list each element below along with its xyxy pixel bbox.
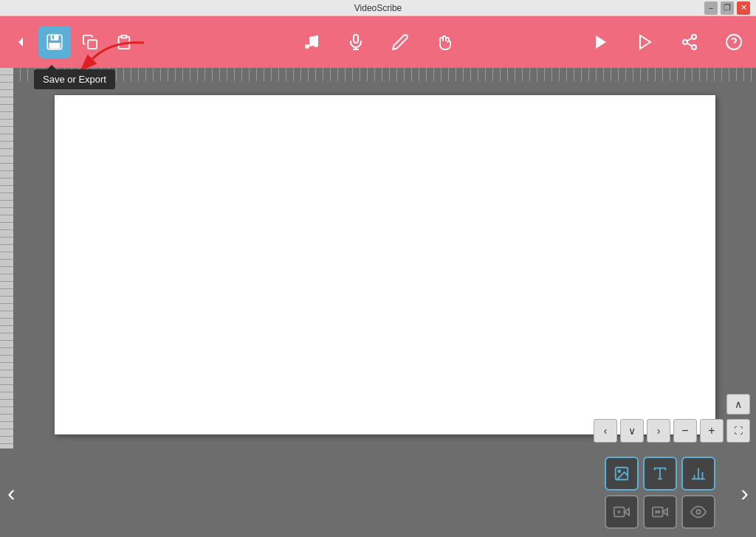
save-export-button[interactable] (38, 26, 71, 58)
svg-line-16 (687, 44, 693, 46)
play-button[interactable] (586, 27, 616, 57)
svg-rect-4 (88, 40, 97, 49)
svg-point-7 (314, 43, 318, 47)
pen-button[interactable] (385, 27, 415, 57)
add-video-button[interactable] (605, 495, 639, 529)
toolbar: Save or Export (0, 16, 756, 68)
svg-rect-5 (121, 35, 126, 38)
bottom-panel: ‹ (0, 448, 756, 537)
canvas (55, 95, 715, 434)
svg-marker-11 (596, 35, 606, 49)
fit-screen-button[interactable]: ⛶ (726, 419, 750, 443)
cut-video-button[interactable] (643, 495, 677, 529)
back-button[interactable] (7, 29, 34, 55)
canvas-section: ∧ 100% ‹ ∨ › − + ⛶ (0, 68, 756, 448)
add-image-button[interactable] (605, 457, 639, 491)
bottom-tools (605, 457, 715, 529)
video-cut-icon (652, 504, 668, 520)
ruler-left (0, 68, 13, 448)
preview-eye-button[interactable] (681, 495, 715, 529)
microphone-icon (347, 33, 365, 51)
add-text-button[interactable] (643, 457, 677, 491)
zoom-in-button[interactable]: + (700, 419, 724, 443)
toolbar-left (7, 26, 139, 58)
svg-point-22 (618, 470, 620, 472)
title-bar: VideoScribe − ❐ ✕ (0, 0, 756, 16)
nav-left-button[interactable]: ‹ (594, 419, 617, 443)
image-icon (614, 465, 630, 482)
svg-rect-1 (51, 35, 59, 41)
bottom-tools-row2 (605, 495, 715, 529)
canvas-wrapper: ∧ 100% ‹ ∨ › − + ⛶ (13, 68, 756, 448)
paste-icon (116, 34, 132, 50)
preview-button[interactable] (630, 27, 660, 57)
svg-marker-12 (640, 35, 650, 49)
toolbar-center (297, 27, 459, 57)
svg-rect-3 (49, 43, 60, 49)
help-icon (725, 33, 743, 51)
svg-point-37 (696, 510, 701, 514)
bottom-nav-right-button[interactable]: › (740, 479, 749, 507)
pen-icon (391, 33, 409, 51)
nav-zoom-row: 100% ‹ ∨ › − + ⛶ (562, 419, 750, 443)
paste-button[interactable] (109, 27, 139, 57)
save-export-tooltip: Save or Export (34, 69, 115, 89)
back-icon (12, 33, 30, 51)
video-add-icon (614, 504, 630, 520)
nav-down-button[interactable]: ∨ (620, 419, 644, 443)
music-icon (303, 33, 320, 51)
scroll-up-button[interactable]: ∧ (726, 394, 750, 415)
minimize-button[interactable]: − (704, 1, 718, 15)
copy-button[interactable] (75, 27, 105, 57)
ruler-left-marks (0, 68, 13, 448)
bottom-tools-row1 (605, 457, 715, 491)
svg-line-17 (687, 38, 693, 41)
ruler-top (13, 68, 756, 81)
svg-point-14 (683, 40, 687, 44)
nav-right-button[interactable]: › (647, 419, 670, 443)
text-icon (652, 465, 668, 482)
share-button[interactable] (675, 27, 704, 57)
window-controls: − ❐ ✕ (704, 1, 750, 15)
window-title: VideoScribe (354, 3, 402, 13)
svg-point-6 (305, 44, 309, 49)
chart-icon (690, 465, 707, 482)
share-icon (681, 33, 698, 51)
svg-rect-8 (354, 35, 358, 43)
restore-button[interactable]: ❐ (721, 1, 734, 15)
svg-point-13 (692, 35, 696, 39)
svg-rect-2 (52, 35, 54, 39)
play-icon (592, 33, 610, 51)
svg-marker-29 (625, 508, 629, 515)
microphone-button[interactable] (341, 27, 371, 57)
toolbar-right (586, 27, 749, 57)
hand-icon (436, 33, 453, 51)
svg-point-15 (692, 45, 696, 49)
add-chart-button[interactable] (681, 457, 715, 491)
zoom-label: 100% (562, 426, 586, 437)
zoom-up-area: ∧ (726, 394, 750, 415)
zoom-out-button[interactable]: − (673, 419, 697, 443)
copy-icon (82, 34, 98, 50)
close-button[interactable]: ✕ (737, 1, 750, 15)
zoom-controls-area: ∧ 100% ‹ ∨ › − + ⛶ (562, 394, 750, 443)
main-area: ∧ 100% ‹ ∨ › − + ⛶ ‹ (0, 68, 756, 537)
bottom-nav-left-button[interactable]: ‹ (7, 479, 16, 507)
help-button[interactable] (719, 27, 749, 57)
preview-icon (636, 33, 654, 51)
save-icon (45, 32, 64, 52)
eye-icon (690, 504, 707, 520)
music-button[interactable] (297, 27, 326, 57)
hand-button[interactable] (430, 27, 459, 57)
svg-marker-33 (663, 508, 667, 515)
